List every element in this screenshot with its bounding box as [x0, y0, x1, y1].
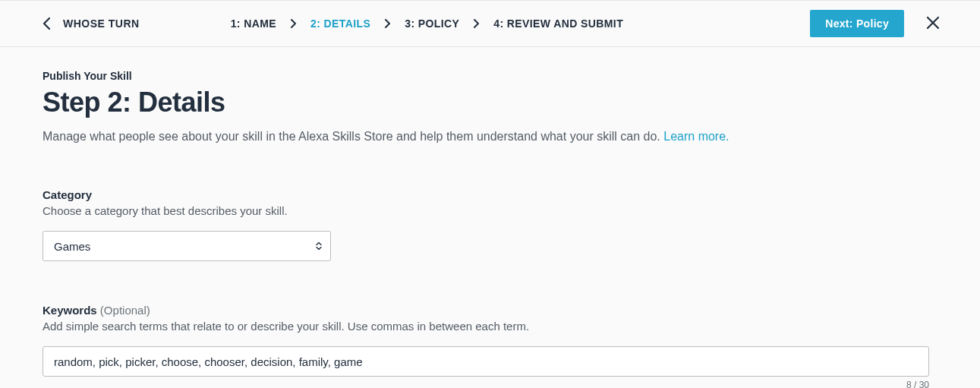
crumb-policy[interactable]: 3: POLICY: [405, 17, 459, 30]
breadcrumb: 1: NAME 2: DETAILS 3: POLICY 4: REVIEW A…: [231, 17, 623, 30]
crumb-details[interactable]: 2: DETAILS: [310, 17, 370, 30]
chevron-right-icon: [290, 18, 297, 29]
lead-text: Manage what people see about your skill …: [43, 130, 663, 143]
category-label: Category: [43, 188, 92, 201]
crumb-review[interactable]: 4: REVIEW AND SUBMIT: [493, 17, 623, 30]
chevron-right-icon: [473, 18, 480, 29]
back-button[interactable]: WHOSE TURN: [43, 17, 140, 30]
keywords-input[interactable]: [43, 346, 929, 377]
keywords-field: Keywords (Optional) Add simple search te…: [43, 304, 929, 388]
page-lead: Manage what people see about your skill …: [43, 128, 929, 146]
topbar: WHOSE TURN 1: NAME 2: DETAILS 3: POLICY …: [0, 0, 980, 47]
keywords-label-row: Keywords (Optional): [43, 304, 929, 317]
next-button[interactable]: Next: Policy: [810, 10, 904, 37]
learn-more-link[interactable]: Learn more.: [663, 130, 729, 143]
category-help: Choose a category that best describes yo…: [43, 204, 929, 217]
close-button[interactable]: [922, 12, 944, 36]
keywords-label: Keywords: [43, 304, 97, 317]
back-label: WHOSE TURN: [63, 17, 140, 30]
keywords-help: Add simple search terms that relate to o…: [43, 320, 929, 333]
keywords-counter: 8 / 30: [43, 380, 929, 388]
category-field: Category Choose a category that best des…: [43, 188, 929, 261]
page-title: Step 2: Details: [43, 87, 929, 118]
topbar-actions: Next: Policy: [810, 10, 944, 37]
page-kicker: Publish Your Skill: [43, 70, 929, 82]
chevron-left-icon: [43, 17, 51, 30]
category-label-row: Category: [43, 188, 929, 201]
close-icon: [925, 15, 941, 33]
main-content: Publish Your Skill Step 2: Details Manag…: [0, 47, 972, 388]
chevron-right-icon: [384, 18, 391, 29]
category-select[interactable]: Games: [43, 231, 331, 261]
keywords-optional: (Optional): [97, 304, 150, 317]
crumb-name[interactable]: 1: NAME: [231, 17, 276, 30]
category-select-wrap: Games: [43, 231, 331, 261]
